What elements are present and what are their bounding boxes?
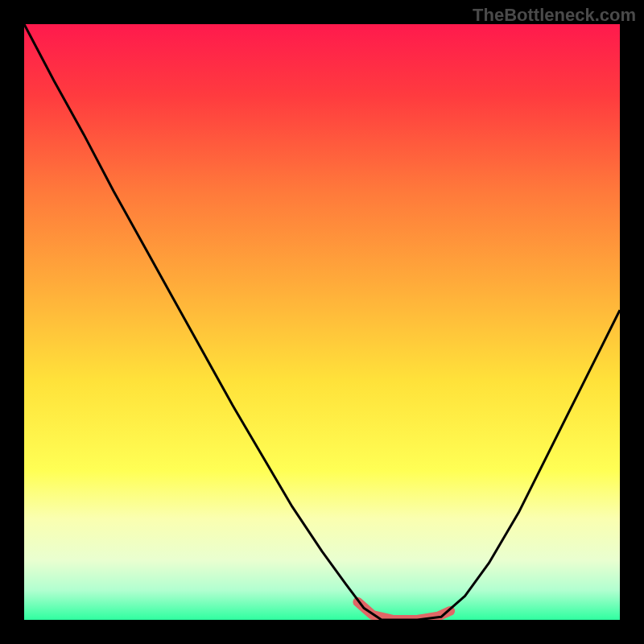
- plot-area: [24, 24, 620, 620]
- chart-frame: TheBottleneck.com: [0, 0, 644, 644]
- curve-layer: [24, 24, 620, 620]
- bottleneck-curve: [24, 24, 620, 620]
- watermark-text: TheBottleneck.com: [473, 5, 636, 26]
